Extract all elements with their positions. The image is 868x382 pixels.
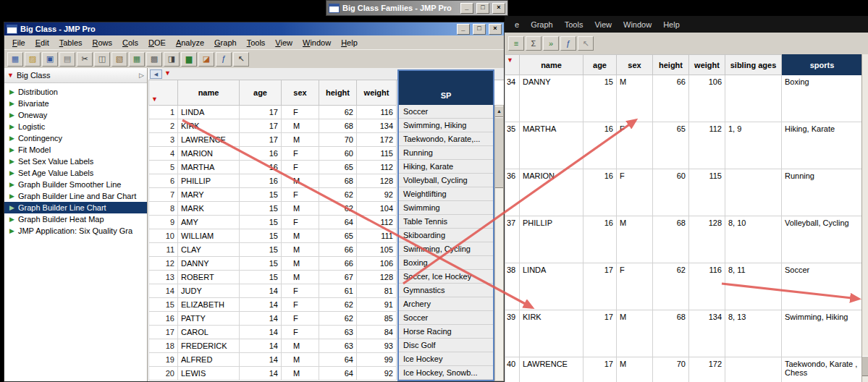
new-table-icon[interactable]: ▦ <box>7 52 23 67</box>
name-cell[interactable]: JUDY <box>178 284 240 298</box>
sidebar-item[interactable]: ▶ Set Sex Value Labels <box>4 156 147 167</box>
weight-cell[interactable]: 116 <box>689 263 725 310</box>
copy-icon[interactable]: ◫ <box>94 52 110 67</box>
row-number-cell[interactable]: 37 <box>505 216 520 263</box>
weight-cell[interactable]: 172 <box>357 133 397 147</box>
sp-cell[interactable]: Archery <box>399 297 493 311</box>
row-number-cell[interactable]: 11 <box>149 243 178 257</box>
name-cell[interactable]: KIRK <box>520 310 583 357</box>
height-cell[interactable]: 66 <box>319 257 357 271</box>
weight-cell[interactable]: 104 <box>357 202 397 216</box>
cut-icon[interactable]: ✂ <box>77 52 93 67</box>
table-row[interactable]: 39 KIRK 17 M 68 134 8, 13 Swimming, Hiki… <box>505 310 863 357</box>
distribution-icon[interactable]: ▆ <box>181 52 197 67</box>
row-number-cell[interactable]: 4 <box>149 147 178 161</box>
column-header-age[interactable]: age <box>583 55 617 75</box>
pointer-icon[interactable]: ↖ <box>233 52 249 67</box>
sibling-ages-cell[interactable]: 8, 10 <box>725 216 782 263</box>
sidebar-header[interactable]: ▼ Big Class ▷ <box>4 68 147 83</box>
menu-item[interactable]: Analyze <box>171 38 209 47</box>
weight-cell[interactable]: 116 <box>357 106 397 119</box>
height-cell[interactable]: 68 <box>653 216 689 263</box>
sp-cell[interactable]: Skiboarding <box>399 229 493 242</box>
journal-icon[interactable]: ▤ <box>59 52 75 67</box>
age-cell[interactable]: 15 <box>240 202 282 216</box>
sex-cell[interactable]: F <box>282 284 319 298</box>
close-button[interactable]: × <box>489 24 502 35</box>
sidebar-item[interactable]: ▶ Distribution <box>4 86 147 98</box>
sibling-ages-cell[interactable] <box>725 357 782 382</box>
height-cell[interactable]: 70 <box>319 133 357 147</box>
sex-cell[interactable]: M <box>617 216 653 263</box>
name-cell[interactable]: DANNY <box>520 75 583 122</box>
table-row[interactable]: 6 PHILLIP 16 M 68 128 <box>149 174 397 188</box>
name-cell[interactable]: ROBERT <box>178 271 240 284</box>
weight-cell[interactable]: 128 <box>357 271 397 284</box>
grid-icon[interactable]: ▩ <box>146 52 162 67</box>
sp-cell[interactable]: Weightlifting <box>399 187 493 201</box>
weight-cell[interactable]: 172 <box>689 357 725 382</box>
sp-cell[interactable]: Volleyball, Cycling <box>399 174 493 187</box>
weight-cell[interactable]: 134 <box>357 119 397 133</box>
menu-item[interactable]: Cols <box>117 38 143 47</box>
sidebar-item[interactable]: ▶ Graph Builder Line and Bar Chart <box>4 190 147 202</box>
menu-item[interactable]: Window <box>298 38 336 47</box>
name-cell[interactable]: MARION <box>520 169 583 216</box>
weight-cell[interactable]: 115 <box>357 147 397 161</box>
table-row[interactable]: 1 LINDA 17 F 62 116 <box>149 106 397 119</box>
age-cell[interactable]: 16 <box>583 216 617 263</box>
height-cell[interactable]: 62 <box>319 298 357 312</box>
column-header-sex[interactable]: sex <box>617 55 653 75</box>
height-cell[interactable]: 62 <box>319 106 357 119</box>
sp-cell[interactable]: Taekwondo, Karate,... <box>399 132 493 146</box>
new-column-icon[interactable]: ◨ <box>164 52 180 67</box>
table-row[interactable]: 3 LAWRENCE 17 M 70 172 <box>149 133 397 147</box>
name-cell[interactable]: PHILLIP <box>520 216 583 263</box>
table-row[interactable]: 12 DANNY 15 M 66 106 <box>149 257 397 271</box>
sp-column-header[interactable]: SP <box>399 71 493 105</box>
row-number-cell[interactable]: 13 <box>149 271 178 284</box>
age-cell[interactable]: 17 <box>240 119 282 133</box>
menu-item[interactable]: Edit <box>30 38 54 47</box>
age-cell[interactable]: 17 <box>240 133 282 147</box>
sidebar-item[interactable]: ▶ Oneway <box>4 109 147 121</box>
sports-cell[interactable]: Soccer <box>782 263 863 310</box>
table-row[interactable]: 17 CAROL 14 F 63 84 <box>149 326 397 339</box>
height-cell[interactable]: 65 <box>319 229 357 243</box>
name-cell[interactable]: ALFRED <box>178 353 240 367</box>
row-number-cell[interactable]: 1 <box>149 106 178 119</box>
height-cell[interactable]: 66 <box>319 243 357 257</box>
name-cell[interactable]: AMY <box>178 216 240 229</box>
sex-cell[interactable]: M <box>282 367 319 381</box>
height-cell[interactable]: 60 <box>319 147 357 161</box>
sex-cell[interactable]: M <box>617 310 653 357</box>
table-corner-cell[interactable]: ▼ <box>149 80 178 106</box>
red-triangle-icon[interactable]: ▼ <box>7 72 14 79</box>
height-cell[interactable]: 65 <box>653 122 689 169</box>
row-number-cell[interactable]: 39 <box>505 310 520 357</box>
sp-cell[interactable]: Ice Hockey <box>399 352 493 366</box>
name-cell[interactable]: LINDA <box>520 263 583 310</box>
sidebar-item[interactable]: ▶ Graph Builder Heat Map <box>4 213 147 225</box>
sibling-ages-cell[interactable]: 1, 9 <box>725 122 782 169</box>
scroll-up-button[interactable]: ▲ <box>495 106 503 117</box>
row-number-cell[interactable]: 18 <box>149 339 178 353</box>
maximize-button[interactable]: □ <box>473 24 486 35</box>
sex-cell[interactable]: F <box>282 216 319 229</box>
sex-cell[interactable]: M <box>282 174 319 188</box>
sex-cell[interactable]: F <box>282 312 319 326</box>
table-row[interactable]: 36 MARION 16 F 60 115 Running <box>505 169 863 216</box>
table-row[interactable]: 11 CLAY 15 M 66 105 <box>149 243 397 257</box>
column-header-weight[interactable]: weight <box>357 80 397 106</box>
age-cell[interactable]: 15 <box>583 75 617 122</box>
height-cell[interactable]: 64 <box>319 353 357 367</box>
table-row[interactable]: 9 AMY 15 F 64 112 <box>149 216 397 229</box>
height-cell[interactable]: 65 <box>319 161 357 174</box>
height-cell[interactable]: 68 <box>653 310 689 357</box>
table-row[interactable]: 2 KIRK 17 M 68 134 <box>149 119 397 133</box>
table-row[interactable]: 14 JUDY 14 F 61 81 <box>149 284 397 298</box>
row-number-cell[interactable]: 9 <box>149 216 178 229</box>
sidebar-item[interactable]: ▶ Contingency <box>4 132 147 144</box>
menu-item[interactable]: File <box>7 38 30 47</box>
weight-cell[interactable]: 84 <box>357 326 397 339</box>
